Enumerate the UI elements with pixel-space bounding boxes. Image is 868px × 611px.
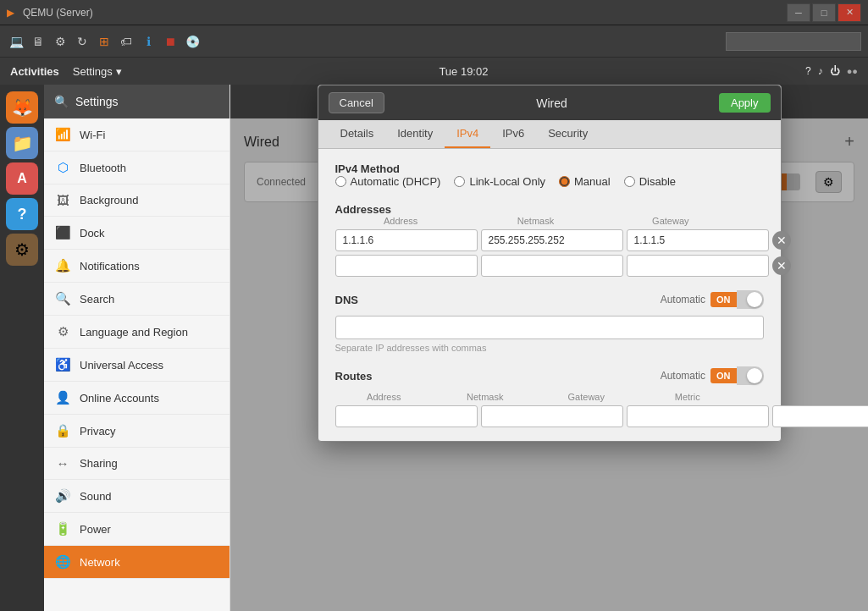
dock-icon-sidebar: ⬛ <box>54 225 71 240</box>
sidebar-item-universal[interactable]: ♿ Universal Access <box>44 349 229 382</box>
dns-toggle-thumb <box>747 292 762 307</box>
user-avatar[interactable]: ●● <box>847 66 858 76</box>
radio-linklocal[interactable]: Link-Local Only <box>454 175 545 188</box>
routes-toggle-thumb <box>747 368 762 383</box>
addr-row2-remove-button[interactable]: ✕ <box>772 256 791 275</box>
tag-icon[interactable]: 🏷 <box>117 32 135 51</box>
sidebar-item-online[interactable]: 👤 Online Accounts <box>44 382 229 415</box>
search-icon[interactable]: 🔍 <box>54 95 69 108</box>
addr-row1-netmask[interactable] <box>481 229 623 251</box>
addr-row2-address[interactable] <box>335 255 478 277</box>
sidebar-item-bluetooth[interactable]: ⬡ Bluetooth <box>44 151 229 184</box>
sidebar-item-language[interactable]: ⚙ Language and Region <box>44 316 229 349</box>
routes-col-metric: Metric <box>639 392 737 402</box>
ubuntu-icon[interactable]: ⊞ <box>95 32 113 51</box>
window-titlebar: ▶ QEMU (Server) ─ □ ✕ <box>0 0 868 25</box>
routes-automatic-label: Automatic <box>661 370 705 382</box>
close-button[interactable]: ✕ <box>838 3 861 22</box>
dns-input[interactable] <box>335 316 764 339</box>
settings-title: Settings <box>75 95 119 108</box>
tab-ipv4[interactable]: IPv4 <box>445 120 490 148</box>
power-sidebar-icon: 🔋 <box>54 521 71 537</box>
col-gateway: Gateway <box>605 216 736 226</box>
volume-icon[interactable]: ♪ <box>818 65 823 77</box>
apply-button[interactable]: Apply <box>719 93 771 113</box>
routes-col-netmask: Netmask <box>436 392 534 402</box>
dns-hint: Separate IP addresses with commas <box>335 343 764 353</box>
dock-files[interactable]: 📁 <box>6 127 38 159</box>
addr-row2-gateway[interactable] <box>627 255 769 277</box>
accessibility-icon[interactable]: ? <box>805 65 811 77</box>
sidebar-label-sharing: Sharing <box>80 457 118 470</box>
tab-details[interactable]: Details <box>329 120 386 148</box>
sidebar-item-sharing[interactable]: ↔ Sharing <box>44 448 229 480</box>
settings-gear-icon[interactable]: ⚙ <box>51 32 69 51</box>
sidebar-item-dock[interactable]: ⬛ Dock <box>44 217 229 250</box>
activities-button[interactable]: Activities <box>10 65 59 78</box>
display-icon[interactable]: 🖥 <box>29 32 47 51</box>
routes-toggle[interactable]: ON <box>710 366 764 385</box>
privacy-icon: 🔒 <box>54 423 71 438</box>
dock-help[interactable]: ? <box>6 198 38 230</box>
routes-gateway-input[interactable] <box>627 405 769 427</box>
tab-security[interactable]: Security <box>536 120 600 148</box>
sidebar-item-sound[interactable]: 🔊 Sound <box>44 480 229 513</box>
dock-software[interactable]: A <box>6 162 38 195</box>
dns-toggle[interactable]: ON <box>710 290 764 309</box>
routes-metric-input[interactable] <box>772 405 869 427</box>
sidebar-item-notifications[interactable]: 🔔 Notifications <box>44 250 229 283</box>
window-controls: ─ □ ✕ <box>787 3 861 22</box>
addr-row1-gateway[interactable] <box>627 229 769 251</box>
info-icon[interactable]: ℹ <box>139 32 158 51</box>
dns-toggle-on[interactable]: ON <box>710 292 737 307</box>
routes-toggle-track <box>737 366 764 385</box>
ipv4-method-section: IPv4 Method Automatic (DHCP) Link-Local … <box>335 162 764 188</box>
addr-row2-netmask[interactable] <box>481 255 623 277</box>
radio-dhcp-input[interactable] <box>335 176 346 187</box>
dns-section: DNS Automatic ON Separate IP addresses w… <box>335 290 764 353</box>
language-icon: ⚙ <box>54 324 71 339</box>
tab-security-label: Security <box>548 127 588 140</box>
addr-row1-remove-button[interactable]: ✕ <box>772 231 791 250</box>
cancel-button[interactable]: Cancel <box>329 92 384 113</box>
sidebar-item-search[interactable]: 🔍 Search <box>44 283 229 316</box>
sidebar-item-wifi[interactable]: 📶 Wi-Fi <box>44 118 229 151</box>
routes-label: Routes <box>335 370 661 383</box>
vm-icon[interactable]: 💻 <box>7 32 25 51</box>
routes-address-input[interactable] <box>335 405 478 427</box>
app-name-button[interactable]: Settings ▾ <box>73 65 122 78</box>
sidebar-item-network[interactable]: 🌐 Network <box>44 546 229 579</box>
stop-icon[interactable]: ⏹ <box>161 32 180 51</box>
tab-identity[interactable]: Identity <box>385 120 445 148</box>
sidebar-item-privacy[interactable]: 🔒 Privacy <box>44 415 229 448</box>
dock-settings[interactable]: ⚙ <box>6 234 38 266</box>
routes-row: Routes Automatic ON <box>335 366 764 385</box>
system-tray: ? ♪ ⏻ ●● <box>805 65 858 77</box>
universal-icon: ♿ <box>54 357 71 372</box>
refresh-icon[interactable]: ↻ <box>73 32 91 51</box>
sidebar-label-network: Network <box>80 556 120 569</box>
radio-disable-input[interactable] <box>624 176 635 187</box>
power-icon[interactable]: ⏻ <box>830 65 840 77</box>
dialog-title: Wired <box>384 96 719 110</box>
minimize-button[interactable]: ─ <box>787 3 810 22</box>
notifications-icon: 🔔 <box>54 258 71 273</box>
routes-netmask-input[interactable] <box>481 405 623 427</box>
maximize-button[interactable]: □ <box>812 3 836 22</box>
radio-disable[interactable]: Disable <box>624 175 676 188</box>
radio-dhcp[interactable]: Automatic (DHCP) <box>335 175 441 188</box>
tab-ipv6[interactable]: IPv6 <box>490 120 536 148</box>
routes-toggle-on[interactable]: ON <box>710 368 737 383</box>
sidebar-item-power[interactable]: 🔋 Power <box>44 513 229 546</box>
addr-row1-address[interactable] <box>335 229 478 251</box>
radio-linklocal-input[interactable] <box>454 176 465 187</box>
radio-manual-input[interactable] <box>559 176 570 187</box>
sidebar-item-background[interactable]: 🖼 Background <box>44 184 229 217</box>
addresses-label: Addresses <box>335 203 391 216</box>
routes-table-header: Address Netmask Gateway Metric <box>335 392 764 402</box>
dns-row: DNS Automatic ON <box>335 290 764 309</box>
dock-firefox[interactable]: 🦊 <box>6 91 38 124</box>
toolbar-search-input[interactable] <box>726 32 861 51</box>
radio-manual[interactable]: Manual <box>559 175 611 188</box>
cd-icon[interactable]: 💿 <box>183 32 202 51</box>
